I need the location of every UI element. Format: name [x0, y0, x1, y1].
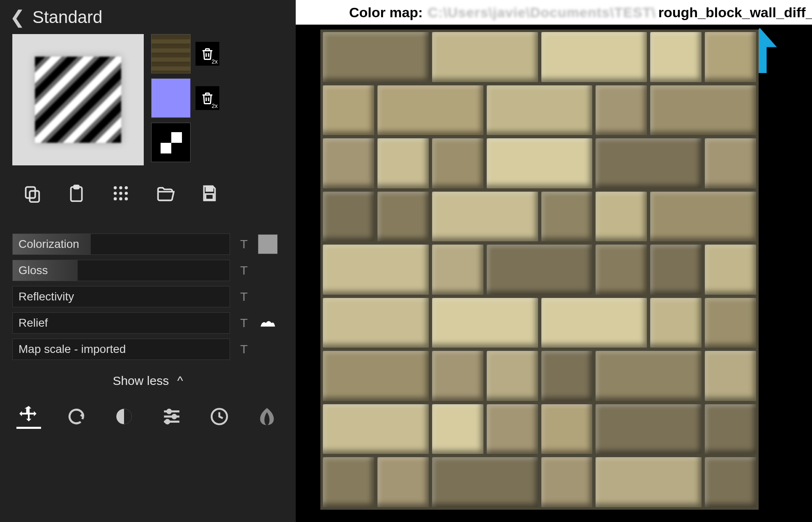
stone-block — [705, 457, 756, 507]
svg-point-12 — [125, 197, 128, 201]
reflectivity-slider[interactable]: Reflectivity — [12, 286, 230, 307]
show-less-label: Show less — [113, 374, 169, 387]
svg-point-11 — [119, 197, 122, 201]
stone-block — [432, 457, 538, 507]
checker-map-thumb[interactable] — [151, 123, 191, 162]
stone-block — [705, 138, 756, 188]
colorization-label: Colorization — [13, 238, 79, 251]
stone-block — [323, 351, 429, 401]
stone-block — [432, 32, 538, 82]
paste-button[interactable] — [65, 182, 88, 205]
stone-block — [432, 351, 483, 401]
save-button[interactable] — [198, 182, 221, 205]
stone-block — [323, 138, 374, 188]
grid-button[interactable] — [109, 182, 132, 205]
stone-block — [487, 138, 593, 188]
relief-profile-icon[interactable] — [258, 316, 278, 330]
relief-texture-toggle[interactable]: T — [236, 316, 252, 330]
trash-sub-label-2: 2x — [212, 103, 218, 109]
gloss-slider[interactable]: Gloss — [12, 260, 230, 281]
relief-slider[interactable]: Relief — [12, 312, 230, 334]
move-tool[interactable] — [16, 404, 41, 429]
stone-block — [487, 245, 593, 295]
svg-point-7 — [114, 192, 117, 195]
stone-block — [323, 245, 429, 295]
stone-block — [541, 404, 593, 454]
relief-label: Relief — [13, 316, 48, 330]
stone-block — [705, 351, 756, 401]
stone-block — [650, 32, 702, 82]
stone-block — [596, 138, 702, 188]
svg-point-10 — [114, 197, 117, 201]
stone-block — [650, 298, 702, 348]
stone-block — [323, 404, 429, 454]
stone-block — [541, 192, 593, 242]
stone-block — [596, 351, 702, 401]
contrast-tool[interactable] — [112, 404, 136, 429]
panel-title: Standard — [32, 7, 102, 27]
colormap-path-blurred: C:\Users\javie\Documents\TEST\ — [428, 5, 656, 21]
svg-point-4 — [114, 186, 117, 190]
stone-block — [541, 298, 647, 348]
texture-preview-viewport[interactable] — [320, 30, 759, 510]
reflectivity-label: Reflectivity — [13, 290, 74, 303]
svg-point-17 — [168, 410, 171, 413]
colormap-filename: rough_block_wall_diff_8k.jpg — [658, 5, 812, 21]
stone-block — [377, 457, 429, 507]
colorization-color-swatch[interactable] — [258, 234, 278, 254]
stone-block — [487, 404, 538, 454]
stone-block — [432, 192, 538, 242]
stone-block — [432, 138, 483, 188]
show-less-toggle[interactable]: Show less ^ — [0, 360, 296, 396]
mapscale-texture-toggle[interactable]: T — [236, 342, 252, 356]
rotate-tool[interactable] — [64, 404, 89, 429]
svg-point-8 — [119, 192, 122, 195]
back-chevron-icon[interactable]: ❮ — [10, 7, 25, 27]
stone-block — [705, 32, 756, 82]
colorization-slider[interactable]: Colorization — [12, 234, 230, 255]
stone-block — [323, 457, 374, 507]
color-map-thumb[interactable] — [151, 34, 191, 73]
copy-button[interactable] — [21, 182, 44, 205]
stone-block — [377, 192, 429, 242]
svg-rect-14 — [205, 194, 213, 199]
svg-point-9 — [125, 192, 128, 195]
stone-block — [650, 85, 756, 135]
stone-block — [323, 85, 374, 135]
delete-normal-map-button[interactable]: 2x — [196, 86, 219, 110]
stone-block — [323, 298, 429, 348]
stone-block — [377, 138, 429, 188]
stone-block — [596, 192, 647, 242]
stone-block — [541, 32, 647, 82]
chevron-up-icon: ^ — [177, 374, 183, 387]
sliders-tool[interactable] — [159, 404, 184, 429]
stone-block — [487, 351, 538, 401]
gloss-texture-toggle[interactable]: T — [236, 263, 252, 277]
colormap-info-bar: Color map: C:\Users\javie\Documents\TEST… — [296, 0, 812, 25]
leaf-tool[interactable] — [255, 404, 279, 429]
mapscale-slider[interactable]: Map scale - imported — [12, 339, 230, 360]
svg-point-19 — [173, 415, 176, 418]
stone-block — [323, 32, 429, 82]
stone-block — [705, 245, 756, 295]
stone-block — [705, 404, 756, 454]
stone-block — [487, 85, 593, 135]
svg-rect-13 — [206, 186, 212, 191]
colorization-texture-toggle[interactable]: T — [236, 237, 252, 251]
clock-tool[interactable] — [207, 404, 232, 429]
stone-block — [432, 404, 483, 454]
stone-block — [596, 245, 647, 295]
svg-point-21 — [166, 420, 169, 423]
reflectivity-texture-toggle[interactable]: T — [236, 290, 252, 304]
gloss-label: Gloss — [13, 264, 48, 277]
svg-point-5 — [119, 186, 122, 190]
normal-map-thumb[interactable] — [151, 78, 191, 118]
stone-block — [432, 298, 538, 348]
material-preview[interactable] — [12, 34, 144, 165]
delete-color-map-button[interactable]: 2x — [196, 42, 219, 66]
trash-sub-label: 2x — [212, 58, 218, 65]
stone-block — [541, 351, 593, 401]
mapscale-label: Map scale - imported — [13, 343, 126, 356]
stone-block — [596, 404, 702, 454]
open-folder-button[interactable] — [154, 182, 177, 205]
